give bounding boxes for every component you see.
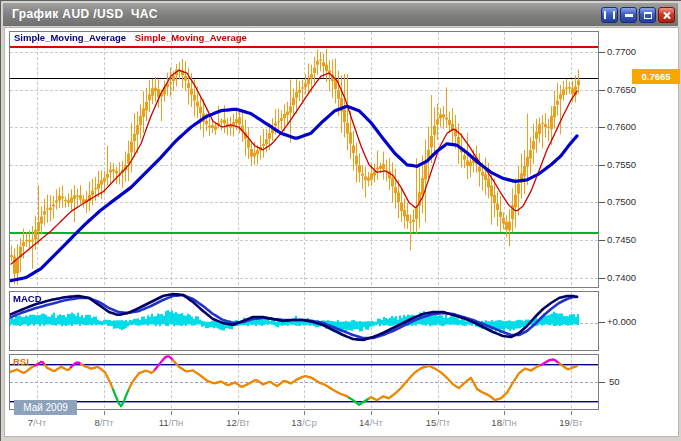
price-axis-tick xyxy=(599,278,605,279)
window-title: График AUD /USD ЧАС xyxy=(12,7,158,21)
pause-button[interactable] xyxy=(601,7,618,23)
rsi-label: RSI xyxy=(13,356,29,367)
date-label: 11/Пн xyxy=(143,417,199,428)
date-tick xyxy=(171,411,172,415)
minimize-icon xyxy=(625,14,633,17)
date-tick xyxy=(104,411,105,415)
date-weekday: /Ср xyxy=(302,417,317,428)
price-axis-tick xyxy=(599,202,605,203)
month-badge: Май 2009 xyxy=(14,400,77,415)
macd-label: MACD xyxy=(13,293,42,304)
date-weekday: /Вт xyxy=(237,417,250,428)
price-axis-label: 0.7700 xyxy=(607,46,636,58)
close-icon xyxy=(662,11,671,20)
date-day: 11 xyxy=(159,417,169,428)
date-label: 12/Вт xyxy=(210,417,266,428)
indicator-legend: Simple_Moving_Average Simple_Moving_Aver… xyxy=(14,32,247,43)
date-day: 13 xyxy=(291,417,302,428)
legend-sma-2: Simple_Moving_Average xyxy=(135,32,247,43)
rsi-axis-tick xyxy=(599,382,605,383)
date-weekday: /Пн xyxy=(502,417,517,428)
pause-icon xyxy=(604,11,615,19)
restore-icon xyxy=(644,12,652,19)
window-buttons xyxy=(601,7,675,23)
date-weekday: /Вт xyxy=(570,417,583,428)
date-label: 14/Чт xyxy=(343,417,399,428)
date-label: 19/Вт xyxy=(543,417,599,428)
rsi-50-label: 50 xyxy=(609,376,620,387)
date-tick xyxy=(438,411,439,415)
date-tick xyxy=(571,411,572,415)
current-price-badge: 0.7665 xyxy=(632,69,680,84)
chart-window: График AUD /USD ЧАС Simple_Moving_Averag… xyxy=(0,0,681,441)
restore-button[interactable] xyxy=(639,7,656,23)
date-weekday: /Пт xyxy=(436,417,450,428)
legend-sma-1: Simple_Moving_Average xyxy=(14,32,126,43)
price-axis-tick xyxy=(599,240,605,241)
price-axis-label: 0.7500 xyxy=(607,196,636,208)
price-axis-tick xyxy=(599,127,605,128)
price-axis-label: 0.7650 xyxy=(607,84,636,96)
price-chart-panel[interactable] xyxy=(9,31,599,288)
macd-canvas[interactable] xyxy=(10,292,598,350)
date-label: 18/Пн xyxy=(476,417,532,428)
price-axis-label: 0.7400 xyxy=(607,272,636,284)
date-weekday: /Пн xyxy=(169,417,184,428)
date-day: 14 xyxy=(359,417,370,428)
rsi-canvas[interactable] xyxy=(10,355,598,409)
date-tick xyxy=(504,411,505,415)
date-day: 15 xyxy=(426,417,437,428)
rsi-panel[interactable] xyxy=(9,354,599,410)
price-axis-label: 0.7450 xyxy=(607,234,636,246)
price-axis-label: 0.7600 xyxy=(607,121,636,133)
macd-axis-tick xyxy=(599,322,605,323)
price-axis-tick xyxy=(599,52,605,53)
minimize-button[interactable] xyxy=(620,7,637,23)
date-label: 7/Чт xyxy=(9,417,65,428)
date-tick xyxy=(304,411,305,415)
price-canvas[interactable] xyxy=(10,32,598,287)
date-weekday: /Пт xyxy=(100,417,114,428)
price-axis-tick xyxy=(599,165,605,166)
price-axis-label: 0.7550 xyxy=(607,159,636,171)
date-label: 8/Пт xyxy=(76,417,132,428)
date-label: 15/Пт xyxy=(410,417,466,428)
date-day: 19 xyxy=(559,417,570,428)
price-axis-tick xyxy=(599,90,605,91)
date-label: 13/Ср xyxy=(276,417,332,428)
date-tick xyxy=(371,411,372,415)
title-bar[interactable]: График AUD /USD ЧАС xyxy=(3,3,678,26)
close-button[interactable] xyxy=(658,7,675,23)
macd-zero-label: +0.000 xyxy=(607,316,636,327)
macd-panel[interactable] xyxy=(9,291,599,351)
date-weekday: /Чт xyxy=(33,417,46,428)
date-weekday: /Чт xyxy=(370,417,383,428)
date-day: 18 xyxy=(491,417,502,428)
date-day: 12 xyxy=(226,417,237,428)
date-tick xyxy=(238,411,239,415)
